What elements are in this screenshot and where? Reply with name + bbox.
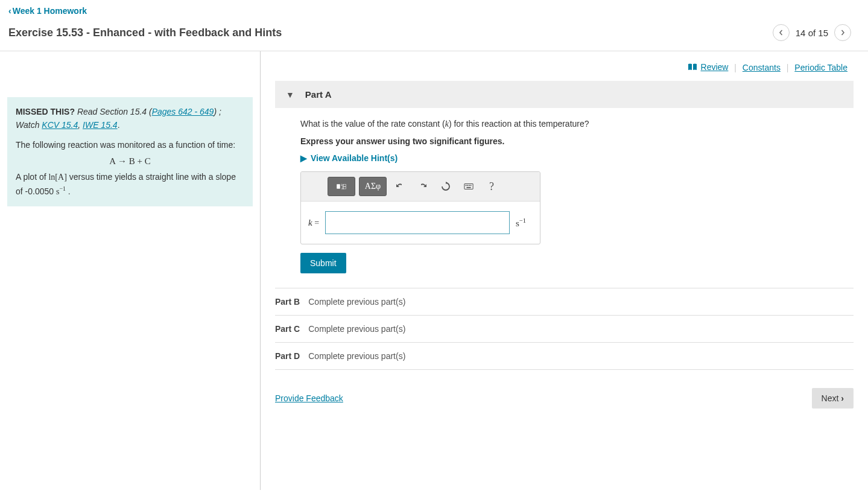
part-d-text: Complete previous part(s) [308, 351, 405, 361]
pages-link[interactable]: Pages 642 - 649 [152, 107, 214, 116]
part-b-row: Part B Complete previous part(s) [275, 288, 854, 315]
svg-rect-9 [466, 187, 470, 188]
exercise-title: Exercise 15.53 - Enhanced - with Feedbac… [8, 27, 282, 39]
template-tool-button[interactable]: x [328, 177, 355, 196]
triangle-right-icon: ▶ [300, 153, 307, 163]
chevron-right-icon: › [841, 393, 844, 403]
problem-info-box: MISSED THIS? Read Section 15.4 (Pages 64… [7, 97, 253, 206]
reset-button[interactable] [436, 177, 455, 196]
svg-rect-2 [343, 185, 346, 186]
part-b-text: Complete previous part(s) [308, 297, 405, 307]
reaction-equation: A → B + C [16, 154, 244, 168]
periodic-table-link[interactable]: Periodic Table [794, 63, 847, 72]
answer-instruction: Express your answer using two significan… [300, 136, 854, 146]
undo-icon [395, 182, 405, 191]
constants-link[interactable]: Constants [743, 63, 781, 72]
top-links: Review | Constants | Periodic Table [275, 51, 854, 81]
breadcrumb-back[interactable]: ‹ Week 1 Homework [8, 6, 87, 16]
fraction-template-icon: x [337, 182, 346, 191]
svg-rect-3 [343, 187, 346, 189]
chevron-left-icon: ‹ [8, 6, 11, 16]
chevron-left-icon [778, 30, 784, 36]
answer-box: x ΑΣφ [300, 171, 540, 244]
svg-rect-8 [470, 185, 472, 186]
chevron-right-icon [840, 30, 846, 36]
part-a-header[interactable]: ▼ Part A [275, 81, 854, 108]
iwe-link[interactable]: IWE 15.4 [83, 120, 118, 130]
redo-button[interactable] [413, 177, 432, 196]
plot-description: A plot of ln[A] versus time yields a str… [16, 171, 244, 198]
redo-icon [418, 182, 428, 191]
provide-feedback-link[interactable]: Provide Feedback [275, 393, 343, 403]
greek-tool-button[interactable]: ΑΣφ [359, 177, 387, 196]
k-equals-label: k = [308, 218, 319, 228]
keyboard-icon [464, 182, 474, 191]
question-text: What is the value of the rate constant (… [300, 118, 854, 130]
breadcrumb-label: Week 1 Homework [13, 6, 87, 16]
part-b-label: Part B [275, 297, 300, 307]
svg-rect-0 [337, 185, 340, 189]
caret-down-icon: ▼ [286, 90, 294, 100]
svg-rect-5 [466, 185, 467, 186]
svg-rect-7 [469, 185, 470, 186]
equation-toolbar: x ΑΣφ [301, 172, 540, 202]
review-link[interactable]: Review [688, 62, 729, 72]
part-d-label: Part D [275, 351, 300, 361]
part-d-row: Part D Complete previous part(s) [275, 342, 854, 370]
undo-button[interactable] [390, 177, 410, 196]
pager-label: 14 of 15 [796, 28, 828, 38]
pager-next-button[interactable] [834, 24, 851, 41]
answer-input[interactable] [325, 211, 510, 234]
missed-label: MISSED THIS? [16, 107, 75, 116]
help-button[interactable]: ? [482, 177, 501, 196]
problem-intro: The following reaction was monitored as … [16, 139, 244, 152]
book-icon [688, 63, 697, 71]
part-c-label: Part C [275, 324, 300, 334]
svg-rect-6 [467, 185, 468, 186]
pager-prev-button[interactable] [773, 24, 790, 41]
view-hints-link[interactable]: ▶ View Available Hint(s) [300, 153, 398, 163]
pager: 14 of 15 [773, 24, 851, 41]
svg-rect-4 [464, 184, 473, 189]
part-a-title: Part A [305, 89, 332, 100]
next-button[interactable]: Next › [812, 388, 854, 409]
reset-icon [441, 182, 451, 191]
part-c-row: Part C Complete previous part(s) [275, 315, 854, 342]
part-c-text: Complete previous part(s) [308, 324, 405, 334]
submit-button[interactable]: Submit [300, 253, 346, 273]
answer-unit: s−1 [516, 217, 526, 229]
keyboard-button[interactable] [459, 177, 478, 196]
kcv-link[interactable]: KCV 15.4 [42, 120, 78, 130]
